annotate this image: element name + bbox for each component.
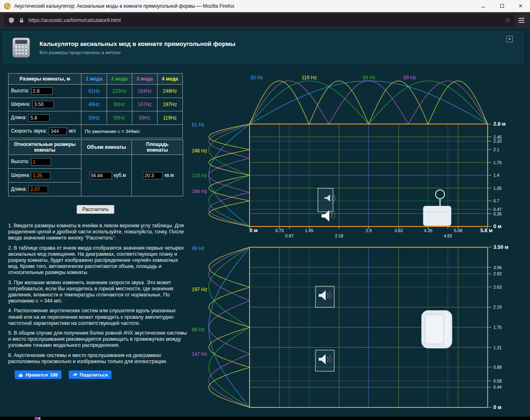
page-title: Калькулятор аксиальных мод в комнате пря… bbox=[39, 40, 235, 47]
instruction-2: 2. В таблице справа от ячеек ввода отобр… bbox=[8, 245, 190, 276]
dimensions-table-title: Размеры комнаты, м bbox=[9, 74, 81, 85]
height-mode-2: 123Hz bbox=[107, 85, 132, 98]
height-label: Высота: bbox=[11, 88, 29, 94]
svg-text:119 Hz: 119 Hz bbox=[302, 75, 317, 81]
instruction-4: 4. Расположение акустических систем или … bbox=[8, 308, 190, 326]
relative-height-label: Высота: bbox=[11, 159, 29, 164]
minimize-button[interactable] bbox=[474, 0, 493, 12]
calculator-icon bbox=[12, 37, 31, 58]
instruction-3: 3. При желании можно изменить значение с… bbox=[8, 280, 190, 305]
window-titlebar: Акустический калькулятор: Аксиальные мод… bbox=[0, 0, 530, 12]
svg-text:2.9: 2.9 bbox=[366, 228, 372, 233]
url-text: https://acoustic.ua/forms/calculator8.ht… bbox=[28, 17, 502, 23]
svg-text:0.58: 0.58 bbox=[493, 379, 502, 383]
svg-text:3.50 м: 3.50 м bbox=[493, 244, 508, 250]
svg-text:2.19: 2.19 bbox=[493, 305, 502, 309]
relative-height-input[interactable] bbox=[31, 158, 51, 165]
svg-text:1.75: 1.75 bbox=[493, 160, 502, 165]
svg-text:197 Hz: 197 Hz bbox=[192, 287, 207, 292]
relative-length-label: Длина: bbox=[11, 186, 26, 192]
close-button[interactable]: × bbox=[511, 0, 530, 12]
volume-header: Объем комнаты bbox=[81, 140, 132, 155]
svg-text:89 Hz: 89 Hz bbox=[403, 75, 416, 81]
relative-width-input[interactable] bbox=[31, 172, 50, 179]
like-count: 188 bbox=[50, 372, 57, 377]
bookmark-star-icon[interactable]: ☆ bbox=[505, 17, 510, 24]
window-title: Акустический калькулятор: Аксиальные мод… bbox=[14, 3, 474, 9]
length-mode-1: 30Hz bbox=[81, 111, 107, 125]
svg-text:2.1: 2.1 bbox=[493, 147, 499, 152]
svg-text:2.18: 2.18 bbox=[335, 233, 344, 238]
speed-note: По умолчанию с = 344м/с bbox=[81, 125, 183, 138]
taskbar-app-icon[interactable] bbox=[35, 417, 40, 420]
svg-text:0.73: 0.73 bbox=[275, 228, 284, 233]
svg-text:5.08: 5.08 bbox=[454, 228, 462, 233]
width-mode-2: 98Hz bbox=[107, 98, 132, 111]
mode-3-header: 3 мода bbox=[132, 74, 157, 85]
speaker-icon bbox=[315, 350, 334, 371]
thumb-up-icon bbox=[18, 372, 24, 377]
width-label: Ширина: bbox=[11, 101, 31, 107]
lock-icon[interactable] bbox=[18, 17, 25, 24]
instructions-text: 1. Введите размеры комнаты в ячейки в ле… bbox=[8, 223, 190, 365]
fb-share-button[interactable]: Поделиться bbox=[69, 370, 112, 379]
svg-text:49 Hz: 49 Hz bbox=[192, 246, 204, 251]
svg-text:5.8 м: 5.8 м bbox=[480, 228, 493, 233]
share-arrow-icon bbox=[72, 372, 78, 377]
svg-text:184 Hz: 184 Hz bbox=[192, 189, 207, 194]
relative-length-input[interactable] bbox=[28, 186, 48, 193]
length-mode-2: 59Hz bbox=[107, 111, 132, 125]
url-bar[interactable]: https://acoustic.ua/forms/calculator8.ht… bbox=[4, 14, 515, 26]
floor-lamp-icon bbox=[423, 190, 451, 226]
svg-text:1.31: 1.31 bbox=[493, 345, 502, 350]
speaker-icon bbox=[315, 286, 334, 307]
mode-2-header: 2 мода bbox=[107, 74, 132, 85]
length-label: Длина: bbox=[11, 115, 26, 120]
width-mode-3: 147Hz bbox=[132, 98, 157, 111]
armchair-icon bbox=[422, 311, 452, 348]
area-value bbox=[143, 172, 162, 179]
fb-like-button[interactable]: Нравится 188 bbox=[15, 370, 61, 379]
area-header: Площадь комнаты bbox=[132, 140, 183, 155]
share-label: Поделиться bbox=[80, 372, 108, 377]
browser-navbar: https://acoustic.ua/forms/calculator8.ht… bbox=[0, 12, 530, 28]
svg-text:0.88: 0.88 bbox=[493, 365, 502, 370]
svg-text:4.83: 4.83 bbox=[444, 233, 452, 238]
derived-values-table: Относительные размеры комнаты Объем комн… bbox=[8, 139, 183, 196]
svg-text:3.06: 3.06 bbox=[493, 265, 502, 270]
svg-text:0.7: 0.7 bbox=[493, 198, 499, 203]
volume-unit: куб.м bbox=[114, 172, 126, 178]
relative-sizes-header: Относительные размеры комнаты bbox=[9, 140, 81, 155]
like-label: Нравится bbox=[26, 372, 48, 377]
svg-text:0.35: 0.35 bbox=[493, 211, 502, 216]
page-close-icon[interactable]: × bbox=[506, 36, 513, 42]
svg-text:0 м: 0 м bbox=[493, 224, 502, 229]
volume-cell: куб.м bbox=[81, 155, 132, 196]
height-mode-1: 61Hz bbox=[81, 85, 107, 98]
svg-text:98 Hz: 98 Hz bbox=[192, 327, 204, 333]
svg-text:59 Hz: 59 Hz bbox=[363, 75, 375, 81]
svg-text:246 Hz: 246 Hz bbox=[192, 148, 207, 154]
area-cell: кв.м bbox=[132, 155, 183, 196]
speed-label: Скорость звука: bbox=[11, 128, 47, 134]
calculator-panel: Размеры комнаты, м 1 мода 2 мода 3 мода … bbox=[8, 73, 190, 379]
length-input[interactable] bbox=[28, 114, 50, 122]
svg-text:1.05: 1.05 bbox=[493, 186, 502, 191]
height-input[interactable] bbox=[31, 87, 53, 95]
svg-text:1.75: 1.75 bbox=[493, 325, 502, 330]
length-mode-3: 89Hz bbox=[132, 111, 157, 125]
speed-unit: м/с bbox=[69, 128, 76, 134]
svg-text:1.45: 1.45 bbox=[305, 228, 313, 233]
width-mode-1: 49Hz bbox=[81, 98, 107, 111]
width-input[interactable] bbox=[33, 101, 54, 108]
room-mode-diagram: 30 Hz119 Hz59 Hz89 Hz61 Hz246 Hz123 Hz18… bbox=[185, 63, 530, 417]
shield-icon[interactable] bbox=[8, 17, 15, 24]
speed-of-sound-input[interactable] bbox=[49, 128, 67, 135]
taskbar[interactable] bbox=[0, 417, 530, 420]
menu-icon[interactable] bbox=[519, 18, 526, 23]
svg-text:3.63: 3.63 bbox=[394, 228, 403, 233]
firefox-icon bbox=[4, 2, 11, 9]
maximize-button[interactable] bbox=[493, 0, 511, 12]
calculate-button[interactable]: Рассчитать bbox=[77, 205, 114, 214]
svg-text:147 Hz: 147 Hz bbox=[192, 351, 207, 357]
